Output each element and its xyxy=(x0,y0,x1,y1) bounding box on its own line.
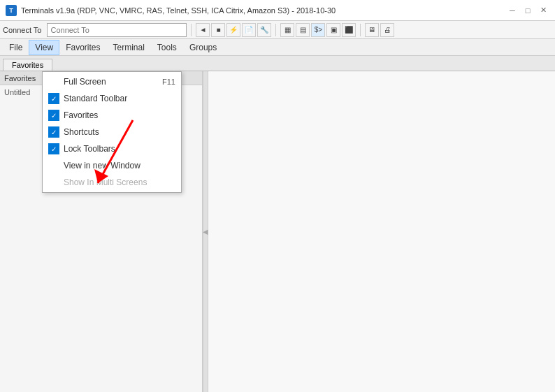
menu-groups[interactable]: Groups xyxy=(183,40,223,55)
connect-to-label: Connect To xyxy=(3,26,41,34)
lock-toolbars-label: Lock Toolbars xyxy=(64,144,115,154)
menu-item-view-new-window[interactable]: View in new Window xyxy=(43,157,181,174)
menu-item-show-multi-screens: Show In Multi Screens xyxy=(43,174,181,191)
title-bar: T Terminals v1.9a (RDP, VNC, VMRC, RAS, … xyxy=(0,0,555,21)
check-lock-toolbars: ✓ xyxy=(48,143,59,154)
close-button[interactable]: ✕ xyxy=(537,4,549,17)
fullscreen-label: Full Screen xyxy=(64,77,106,87)
view-dropdown-menu: Full Screen F11 ✓ Standard Toolbar ✓ Fav… xyxy=(42,71,182,193)
menu-favorites[interactable]: Favorites xyxy=(59,40,106,55)
settings-button[interactable]: 🔧 xyxy=(257,23,271,37)
tabs-row: Favorites xyxy=(0,56,555,71)
ssh-button[interactable]: $> xyxy=(311,23,325,37)
check-standard-toolbar: ✓ xyxy=(48,93,59,104)
address-bar: Connect To ◄ ■ ⚡ 📄 🔧 ▦ ▤ $> ▣ ⬛ 🖥 🖨 xyxy=(0,21,555,39)
menu-tools[interactable]: Tools xyxy=(151,40,183,55)
menu-item-shortcuts[interactable]: ✓ Shortcuts xyxy=(43,124,181,140)
menu-view[interactable]: View xyxy=(29,40,59,55)
fullscreen-shortcut: F11 xyxy=(162,78,175,86)
menu-item-favorites[interactable]: ✓ Favorites xyxy=(43,107,181,124)
tab-favorites[interactable]: Favorites xyxy=(3,59,52,71)
menu-item-fullscreen[interactable]: Full Screen F11 xyxy=(43,73,181,90)
monitor-button[interactable]: 🖥 xyxy=(365,23,379,37)
menu-terminal[interactable]: Terminal xyxy=(107,40,151,55)
toolbar-separator-1 xyxy=(191,24,192,36)
minimize-button[interactable]: ─ xyxy=(506,4,519,17)
no-check-multi-screens xyxy=(48,177,59,188)
forward-button[interactable]: ■ xyxy=(211,23,225,37)
menu-bar: File View Favorites Terminal Tools Group… xyxy=(0,39,555,56)
show-multi-screens-label: Show In Multi Screens xyxy=(64,177,147,187)
toolbar-group-2: ▦ ▤ $> ▣ ⬛ xyxy=(280,23,356,37)
main-content: Favorites Untitled ◀ Full Screen F11 ✓ S… xyxy=(0,71,555,392)
no-check-new-window xyxy=(48,160,59,171)
favorites-label: Favorites xyxy=(64,110,98,120)
vnc-button[interactable]: ▤ xyxy=(296,23,310,37)
maximize-button[interactable]: □ xyxy=(521,4,534,17)
title-text: Terminals v1.9a (RDP, VNC, VMRC, RAS, Te… xyxy=(21,6,506,15)
toolbar-separator-3 xyxy=(360,24,361,36)
view-new-window-label: View in new Window xyxy=(64,161,140,170)
shortcuts-label: Shortcuts xyxy=(64,127,99,137)
connect-button[interactable]: ⚡ xyxy=(226,23,240,37)
toolbar-group-1: ◄ ■ ⚡ 📄 🔧 xyxy=(196,23,271,37)
right-panel xyxy=(208,71,555,392)
menu-item-lock-toolbars[interactable]: ✓ Lock Toolbars xyxy=(43,140,181,157)
toolbar-group-3: 🖥 🖨 xyxy=(365,23,394,37)
window-controls: ─ □ ✕ xyxy=(506,4,549,17)
app-icon: T xyxy=(6,5,17,16)
check-shortcuts: ✓ xyxy=(48,126,59,138)
terminal-button[interactable]: ▣ xyxy=(326,23,340,37)
connect-to-input[interactable] xyxy=(47,23,187,37)
back-button[interactable]: ◄ xyxy=(196,23,210,37)
toolbar-separator-2 xyxy=(275,24,276,36)
check-favorites: ✓ xyxy=(48,110,59,121)
rdp-button[interactable]: ▦ xyxy=(280,23,294,37)
printer-button[interactable]: 🖨 xyxy=(380,23,394,37)
panel-splitter[interactable]: ◀ xyxy=(203,71,208,392)
standard-toolbar-label: Standard Toolbar xyxy=(64,94,127,103)
menu-file[interactable]: File xyxy=(3,40,29,55)
no-check-fullscreen xyxy=(48,76,59,87)
new-tab-button[interactable]: 📄 xyxy=(242,23,256,37)
menu-item-standard-toolbar[interactable]: ✓ Standard Toolbar xyxy=(43,90,181,107)
screen-button[interactable]: ⬛ xyxy=(342,23,356,37)
splitter-icon: ◀ xyxy=(203,228,208,235)
